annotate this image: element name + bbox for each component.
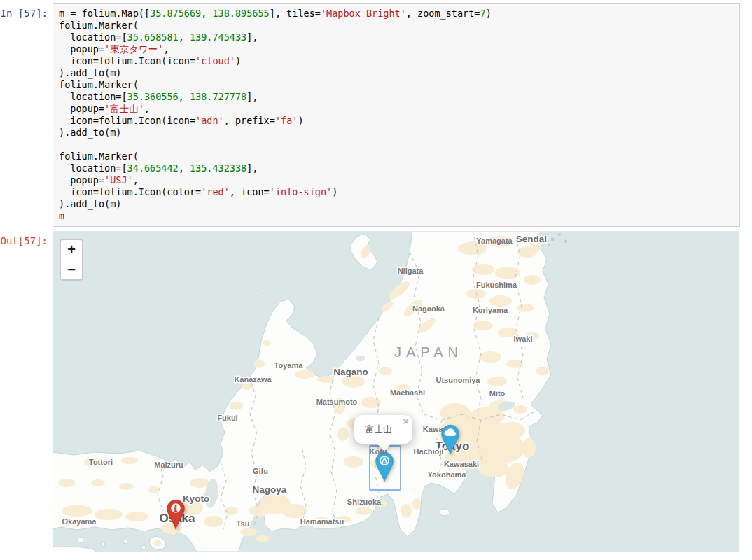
adn-icon [374,451,395,482]
map-label-shizuoka: Shizuoka [347,498,382,506]
map-label-maebashi: Maebashi [390,388,425,397]
code-line: location=[35.658581, 139.745433], [59,31,734,43]
map-label-kyoto: Kyoto [183,493,209,504]
code-line [59,139,734,150]
code-line: ).add_to(m) [59,198,734,210]
map-label-utsunomiya: Utsunomiya [436,376,481,384]
code-line: icon=folium.Icon(icon='adn', prefix='fa'… [59,115,734,127]
code-input-area[interactable]: m = folium.Map([35.875669, 138.895655], … [53,4,740,227]
cloud-icon [440,424,461,455]
code-line: ).add_to(m) [59,127,734,139]
popup-text: 富士山 [365,415,392,444]
code-lines: m = folium.Map([35.875669, 138.895655], … [59,8,734,222]
code-line: icon=folium.Icon(icon='cloud') [59,55,734,67]
tokyo-tower-marker[interactable] [440,424,461,455]
map-label-nagaoka: Nagaoka [412,304,445,313]
code-line: location=[35.360556, 138.727778], [59,91,734,103]
output-cell: Out[57]: [0,231,752,552]
map-label-hamamatsu: Hamamatsu [300,517,344,526]
map-label-tsu: Tsu [237,519,250,528]
code-cell: In [57]: m = folium.Map([35.875669, 138.… [0,0,752,227]
zoom-out-button[interactable]: − [61,260,82,279]
map-label-iwaki: Iwaki [514,335,533,343]
map-label-fukui: Fukui [217,414,237,422]
code-line: m [59,210,734,222]
map-label-sendai: Sendai [516,234,547,244]
map-tiles: YamagataSendaiNiigataFukushimaNagaokaKor… [53,231,739,552]
code-line: folium.Marker( [59,150,734,162]
zoom-in-button[interactable]: + [61,240,82,260]
fuji-marker[interactable] [374,451,395,482]
map-label-kanazawa: Kanazawa [234,375,272,384]
map-label-nagano: Nagano [333,367,368,377]
code-line: popup='富士山', [59,103,734,115]
map-label-maizuru: Maizuru [154,461,183,469]
code-line: ).add_to(m) [59,67,734,79]
code-line: folium.Marker( [59,79,734,91]
map-label-yamagata: Yamagata [476,237,513,245]
code-line: popup='東京タワー', [59,43,734,55]
code-line: folium.Marker( [59,20,734,31]
map-label-hachioji: Hachioji [414,447,444,456]
map-label-kawasaki: Kawasaki [444,460,479,468]
country-label-japan: JAPAN [394,344,463,360]
code-line: location=[34.665442, 135.432338], [59,162,734,174]
code-line: icon=folium.Icon(color='red', icon='info… [59,186,734,198]
usj-marker[interactable] [165,499,186,530]
map-label-tottori: Tottori [89,458,113,466]
code-line: m = folium.Map([35.875669, 138.895655], … [59,8,734,20]
map-label-nagoya: Nagoya [253,484,287,495]
map-label-niigata: Niigata [398,267,424,275]
popup: 富士山 × [354,415,412,444]
output-prompt: Out[57]: [0,231,53,247]
folium-map[interactable]: YamagataSendaiNiigataFukushimaNagaokaKor… [53,231,739,552]
map-label-matsumoto: Matsumoto [316,398,358,406]
code-line: popup='USJ', [59,174,734,186]
map-label-okayama: Okayama [62,517,97,526]
popup-close-icon[interactable]: × [403,416,409,427]
map-label-gifu: Gifu [253,467,268,475]
map-label-toyama: Toyama [274,361,304,370]
zoom-control: + − [60,239,83,281]
info-sign-icon [165,499,186,530]
map-label-fukushima: Fukushima [476,281,517,289]
map-label-mito: Mito [489,389,506,398]
map-label-koriyama: Koriyama [473,306,508,314]
map-label-yokohama: Yokohama [428,470,467,479]
input-prompt: In [57]: [0,0,53,20]
